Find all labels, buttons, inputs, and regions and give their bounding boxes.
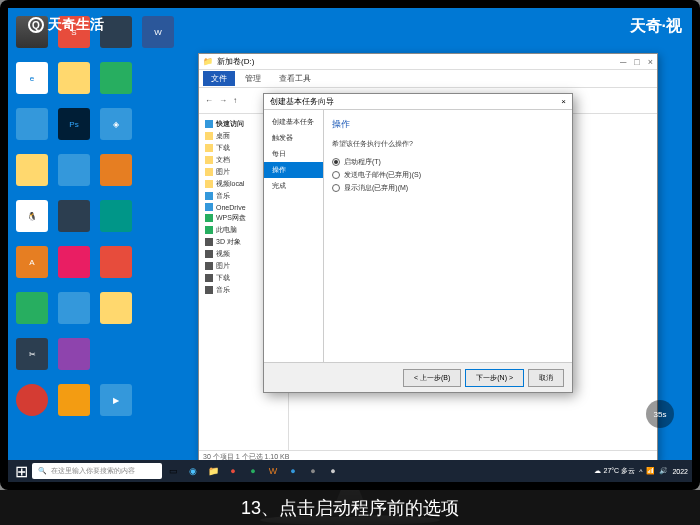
wizard-dialog: 创建基本任务向导 × 创建基本任务触发器每日操作完成 操作 希望该任务执行什么操…: [263, 93, 573, 393]
video-caption: 13、点击启动程序前的选项: [0, 490, 700, 525]
title-bar: 📁新加卷(D:) ─ □ ×: [199, 54, 657, 70]
folder-icon[interactable]: [100, 292, 132, 324]
up-icon[interactable]: ↑: [233, 96, 237, 105]
app-icon[interactable]: A: [16, 246, 48, 278]
app-icon[interactable]: [58, 200, 90, 232]
shield-icon[interactable]: ◈: [100, 108, 132, 140]
app-icon[interactable]: [58, 246, 90, 278]
wizard-question: 希望该任务执行什么操作?: [332, 139, 564, 149]
app-icon[interactable]: [142, 154, 174, 186]
desktop: S W e Ps ◈ 🐧 A ✂: [8, 8, 692, 460]
clock[interactable]: 2022: [672, 468, 688, 475]
wizard-step[interactable]: 创建基本任务: [264, 114, 323, 130]
network-icon[interactable]: 📶: [646, 467, 655, 475]
app-icon[interactable]: [16, 108, 48, 140]
app-icon[interactable]: ▶: [100, 384, 132, 416]
radio-option[interactable]: 启动程序(T): [332, 157, 564, 167]
taskbar: ⊞ 🔍 在这里输入你要搜索的内容 ▭ ◉ 📁 ● ● W ● ● ● ☁ 27°…: [8, 460, 692, 482]
ribbon: 文件 管理 查看工具: [199, 70, 657, 88]
minimize-icon[interactable]: ─: [620, 57, 626, 67]
wizard-steps: 创建基本任务触发器每日操作完成: [264, 110, 324, 362]
back-icon[interactable]: ←: [205, 96, 213, 105]
app-icon[interactable]: [100, 200, 132, 232]
app-icon[interactable]: [58, 338, 90, 370]
app-icon[interactable]: [58, 292, 90, 324]
word-icon[interactable]: W: [142, 16, 174, 48]
tray-icon[interactable]: ^: [639, 468, 642, 475]
photoshop-icon[interactable]: Ps: [58, 108, 90, 140]
app-icon[interactable]: [142, 338, 174, 370]
app-icon[interactable]: [100, 338, 132, 370]
edge-icon[interactable]: e: [16, 62, 48, 94]
taskbar-app[interactable]: ●: [224, 462, 242, 480]
taskbar-app[interactable]: ◉: [184, 462, 202, 480]
close-icon[interactable]: ×: [648, 57, 653, 67]
app-icon[interactable]: [100, 246, 132, 278]
radio-option[interactable]: 显示消息(已弃用)(M): [332, 183, 564, 193]
capcut-icon[interactable]: ✂: [16, 338, 48, 370]
start-button[interactable]: ⊞: [12, 462, 30, 480]
taskbar-app[interactable]: ●: [304, 462, 322, 480]
task-view-icon[interactable]: ▭: [164, 462, 182, 480]
folder-icon[interactable]: [58, 62, 90, 94]
radio-option[interactable]: 发送电子邮件(已弃用)(S): [332, 170, 564, 180]
next-button[interactable]: 下一步(N) >: [465, 369, 524, 387]
dialog-title: 创建基本任务向导: [270, 96, 334, 107]
tab-file[interactable]: 文件: [203, 71, 235, 86]
app-icon[interactable]: [58, 154, 90, 186]
dialog-footer: < 上一步(B) 下一步(N) > 取消: [264, 362, 572, 392]
dialog-close-icon[interactable]: ×: [561, 97, 566, 106]
desktop-icons: S W e Ps ◈ 🐧 A ✂: [16, 16, 178, 426]
weather-widget[interactable]: ☁ 27°C 多云: [594, 466, 636, 476]
taskbar-app[interactable]: ●: [244, 462, 262, 480]
forward-icon[interactable]: →: [219, 96, 227, 105]
app-icon[interactable]: [142, 108, 174, 140]
volume-icon[interactable]: 🔊: [659, 467, 668, 475]
app-icon[interactable]: [142, 246, 174, 278]
folder-icon[interactable]: [16, 154, 48, 186]
app-icon[interactable]: [100, 154, 132, 186]
system-tray[interactable]: ☁ 27°C 多云 ^ 📶 🔊 2022: [594, 466, 688, 476]
window-title: 新加卷(D:): [217, 56, 254, 67]
search-input[interactable]: 🔍 在这里输入你要搜索的内容: [32, 463, 162, 479]
tab-tools[interactable]: 查看工具: [271, 71, 319, 86]
back-button[interactable]: < 上一步(B): [403, 369, 461, 387]
wizard-step[interactable]: 每日: [264, 146, 323, 162]
app-icon[interactable]: [142, 292, 174, 324]
app-icon[interactable]: [100, 16, 132, 48]
maximize-icon[interactable]: □: [634, 57, 639, 67]
qq-icon[interactable]: 🐧: [16, 200, 48, 232]
dialog-title-bar: 创建基本任务向导 ×: [264, 94, 572, 110]
app-icon[interactable]: [142, 200, 174, 232]
wizard-step[interactable]: 触发器: [264, 130, 323, 146]
wizard-step[interactable]: 操作: [264, 162, 323, 178]
timer-badge: 35s: [646, 400, 674, 428]
app-icon[interactable]: [16, 292, 48, 324]
wizard-content: 操作 希望该任务执行什么操作? 启动程序(T)发送电子邮件(已弃用)(S)显示消…: [324, 110, 572, 362]
taskbar-app[interactable]: 📁: [204, 462, 222, 480]
taskbar-app[interactable]: W: [264, 462, 282, 480]
cancel-button[interactable]: 取消: [528, 369, 564, 387]
taskbar-app[interactable]: ●: [284, 462, 302, 480]
wizard-heading: 操作: [332, 118, 564, 131]
watermark-left: Q天奇生活: [28, 16, 104, 34]
app-icon[interactable]: [142, 62, 174, 94]
app-icon[interactable]: [58, 384, 90, 416]
watermark-right: 天奇·视: [630, 16, 682, 37]
netease-icon[interactable]: [16, 384, 48, 416]
taskbar-app[interactable]: ●: [324, 462, 342, 480]
tab-manage[interactable]: 管理: [237, 71, 269, 86]
wizard-step[interactable]: 完成: [264, 178, 323, 194]
wechat-icon[interactable]: [100, 62, 132, 94]
